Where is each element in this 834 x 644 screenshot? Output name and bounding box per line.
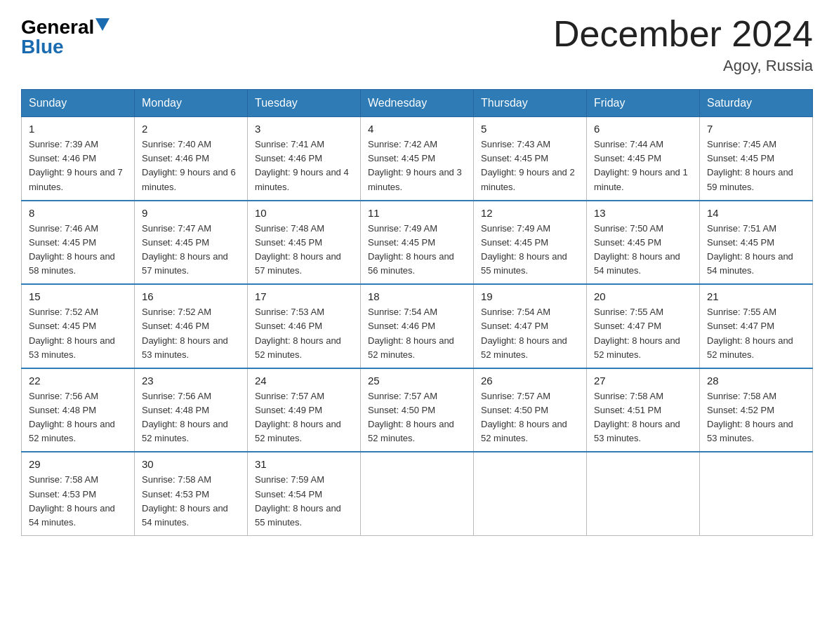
day-info: Sunrise: 7:53 AMSunset: 4:46 PMDaylight:…: [255, 305, 353, 362]
day-info: Sunrise: 7:58 AMSunset: 4:53 PMDaylight:…: [142, 473, 240, 530]
calendar-cell: 3Sunrise: 7:41 AMSunset: 4:46 PMDaylight…: [248, 117, 361, 201]
day-number: 3: [255, 123, 353, 135]
calendar-cell: 1Sunrise: 7:39 AMSunset: 4:46 PMDaylight…: [22, 117, 135, 201]
day-info: Sunrise: 7:45 AMSunset: 4:45 PMDaylight:…: [707, 137, 805, 194]
weekday-header-saturday: Saturday: [700, 90, 813, 117]
day-number: 23: [142, 375, 240, 387]
day-info: Sunrise: 7:55 AMSunset: 4:47 PMDaylight:…: [707, 305, 805, 362]
day-info: Sunrise: 7:52 AMSunset: 4:45 PMDaylight:…: [29, 305, 127, 362]
day-number: 24: [255, 375, 353, 387]
calendar-cell: 14Sunrise: 7:51 AMSunset: 4:45 PMDayligh…: [700, 201, 813, 285]
calendar-cell: [361, 452, 474, 535]
weekday-header-wednesday: Wednesday: [361, 90, 474, 117]
day-info: Sunrise: 7:40 AMSunset: 4:46 PMDaylight:…: [142, 137, 240, 194]
calendar-cell: 20Sunrise: 7:55 AMSunset: 4:47 PMDayligh…: [587, 284, 700, 368]
day-info: Sunrise: 7:49 AMSunset: 4:45 PMDaylight:…: [368, 222, 466, 279]
calendar-cell: 22Sunrise: 7:56 AMSunset: 4:48 PMDayligh…: [22, 368, 135, 452]
calendar-cell: 17Sunrise: 7:53 AMSunset: 4:46 PMDayligh…: [248, 284, 361, 368]
day-info: Sunrise: 7:49 AMSunset: 4:45 PMDaylight:…: [481, 222, 579, 279]
calendar-cell: 4Sunrise: 7:42 AMSunset: 4:45 PMDaylight…: [361, 117, 474, 201]
day-number: 30: [142, 458, 240, 470]
calendar-cell: 23Sunrise: 7:56 AMSunset: 4:48 PMDayligh…: [135, 368, 248, 452]
calendar-cell: 27Sunrise: 7:58 AMSunset: 4:51 PMDayligh…: [587, 368, 700, 452]
day-info: Sunrise: 7:56 AMSunset: 4:48 PMDaylight:…: [29, 389, 127, 446]
day-number: 18: [368, 290, 466, 302]
calendar-cell: 16Sunrise: 7:52 AMSunset: 4:46 PMDayligh…: [135, 284, 248, 368]
day-number: 26: [481, 375, 579, 387]
day-info: Sunrise: 7:39 AMSunset: 4:46 PMDaylight:…: [29, 137, 127, 194]
day-number: 5: [481, 123, 579, 135]
day-number: 21: [707, 290, 805, 302]
calendar-cell: 28Sunrise: 7:58 AMSunset: 4:52 PMDayligh…: [700, 368, 813, 452]
calendar-cell: 29Sunrise: 7:58 AMSunset: 4:53 PMDayligh…: [22, 452, 135, 535]
day-number: 22: [29, 375, 127, 387]
day-info: Sunrise: 7:58 AMSunset: 4:52 PMDaylight:…: [707, 389, 805, 446]
day-info: Sunrise: 7:57 AMSunset: 4:50 PMDaylight:…: [368, 389, 466, 446]
calendar-cell: 6Sunrise: 7:44 AMSunset: 4:45 PMDaylight…: [587, 117, 700, 201]
day-number: 19: [481, 290, 579, 302]
weekday-header-sunday: Sunday: [22, 90, 135, 117]
day-info: Sunrise: 7:51 AMSunset: 4:45 PMDaylight:…: [707, 222, 805, 279]
calendar-cell: 7Sunrise: 7:45 AMSunset: 4:45 PMDaylight…: [700, 117, 813, 201]
logo-blue: Blue: [21, 36, 64, 58]
calendar-cell: 21Sunrise: 7:55 AMSunset: 4:47 PMDayligh…: [700, 284, 813, 368]
day-info: Sunrise: 7:57 AMSunset: 4:50 PMDaylight:…: [481, 389, 579, 446]
calendar-cell: 24Sunrise: 7:57 AMSunset: 4:49 PMDayligh…: [248, 368, 361, 452]
weekday-header-monday: Monday: [135, 90, 248, 117]
calendar-week-row: 8Sunrise: 7:46 AMSunset: 4:45 PMDaylight…: [22, 201, 813, 285]
calendar-cell: 11Sunrise: 7:49 AMSunset: 4:45 PMDayligh…: [361, 201, 474, 285]
logo-general: General: [21, 18, 94, 37]
calendar-cell: [700, 452, 813, 535]
day-number: 1: [29, 123, 127, 135]
day-number: 29: [29, 458, 127, 470]
day-info: Sunrise: 7:59 AMSunset: 4:54 PMDaylight:…: [255, 473, 353, 530]
day-info: Sunrise: 7:58 AMSunset: 4:53 PMDaylight:…: [29, 473, 127, 530]
month-title: December 2024: [553, 14, 813, 54]
weekday-header-friday: Friday: [587, 90, 700, 117]
day-number: 15: [29, 290, 127, 302]
calendar-cell: 9Sunrise: 7:47 AMSunset: 4:45 PMDaylight…: [135, 201, 248, 285]
logo: General Blue: [21, 14, 110, 57]
day-number: 2: [142, 123, 240, 135]
day-number: 27: [594, 375, 692, 387]
calendar-cell: 30Sunrise: 7:58 AMSunset: 4:53 PMDayligh…: [135, 452, 248, 535]
calendar-cell: 31Sunrise: 7:59 AMSunset: 4:54 PMDayligh…: [248, 452, 361, 535]
calendar-cell: 13Sunrise: 7:50 AMSunset: 4:45 PMDayligh…: [587, 201, 700, 285]
calendar-cell: 19Sunrise: 7:54 AMSunset: 4:47 PMDayligh…: [474, 284, 587, 368]
calendar-week-row: 22Sunrise: 7:56 AMSunset: 4:48 PMDayligh…: [22, 368, 813, 452]
day-number: 9: [142, 207, 240, 219]
day-number: 20: [594, 290, 692, 302]
calendar-cell: 18Sunrise: 7:54 AMSunset: 4:46 PMDayligh…: [361, 284, 474, 368]
calendar-cell: 15Sunrise: 7:52 AMSunset: 4:45 PMDayligh…: [22, 284, 135, 368]
calendar-cell: [474, 452, 587, 535]
day-info: Sunrise: 7:43 AMSunset: 4:45 PMDaylight:…: [481, 137, 579, 194]
day-number: 13: [594, 207, 692, 219]
day-info: Sunrise: 7:58 AMSunset: 4:51 PMDaylight:…: [594, 389, 692, 446]
day-info: Sunrise: 7:52 AMSunset: 4:46 PMDaylight:…: [142, 305, 240, 362]
calendar-cell: 10Sunrise: 7:48 AMSunset: 4:45 PMDayligh…: [248, 201, 361, 285]
location: Agoy, Russia: [553, 57, 813, 75]
day-info: Sunrise: 7:48 AMSunset: 4:45 PMDaylight:…: [255, 222, 353, 279]
day-info: Sunrise: 7:46 AMSunset: 4:45 PMDaylight:…: [29, 222, 127, 279]
weekday-header-row: SundayMondayTuesdayWednesdayThursdayFrid…: [22, 90, 813, 117]
weekday-header-thursday: Thursday: [474, 90, 587, 117]
calendar-week-row: 1Sunrise: 7:39 AMSunset: 4:46 PMDaylight…: [22, 117, 813, 201]
calendar-week-row: 15Sunrise: 7:52 AMSunset: 4:45 PMDayligh…: [22, 284, 813, 368]
day-number: 14: [707, 207, 805, 219]
day-info: Sunrise: 7:54 AMSunset: 4:46 PMDaylight:…: [368, 305, 466, 362]
calendar-cell: 2Sunrise: 7:40 AMSunset: 4:46 PMDaylight…: [135, 117, 248, 201]
day-number: 31: [255, 458, 353, 470]
logo-triangle-icon: [95, 18, 110, 31]
calendar-cell: [587, 452, 700, 535]
day-number: 25: [368, 375, 466, 387]
day-number: 6: [594, 123, 692, 135]
day-info: Sunrise: 7:47 AMSunset: 4:45 PMDaylight:…: [142, 222, 240, 279]
calendar-cell: 8Sunrise: 7:46 AMSunset: 4:45 PMDaylight…: [22, 201, 135, 285]
page-header: General Blue December 2024 Agoy, Russia: [21, 14, 813, 75]
day-info: Sunrise: 7:54 AMSunset: 4:47 PMDaylight:…: [481, 305, 579, 362]
day-info: Sunrise: 7:55 AMSunset: 4:47 PMDaylight:…: [594, 305, 692, 362]
day-number: 4: [368, 123, 466, 135]
weekday-header-tuesday: Tuesday: [248, 90, 361, 117]
title-section: December 2024 Agoy, Russia: [553, 14, 813, 75]
day-info: Sunrise: 7:57 AMSunset: 4:49 PMDaylight:…: [255, 389, 353, 446]
